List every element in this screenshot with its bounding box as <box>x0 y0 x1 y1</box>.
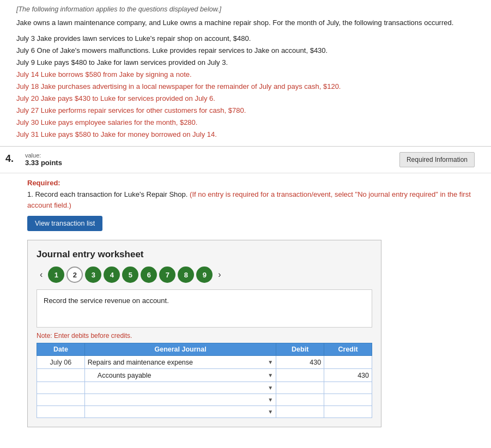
col-credit-header: Credit <box>324 343 372 356</box>
question-meta: value: 3.33 points <box>25 152 399 167</box>
gj-cell[interactable]: Repairs and maintenance expense ▼ <box>84 356 276 369</box>
instruction-normal: 1. Record each transaction for Luke's Re… <box>27 190 190 198</box>
credit-cell[interactable] <box>324 394 372 406</box>
dropdown-arrow-icon: ▼ <box>268 359 273 365</box>
tab-1-button[interactable]: 1 <box>48 267 64 283</box>
scenario-section: [The following information applies to th… <box>0 0 491 147</box>
next-tab-button[interactable]: › <box>215 268 224 282</box>
tab-3-button[interactable]: 3 <box>85 267 101 283</box>
instruction-text: 1. Record each transaction for Luke's Re… <box>27 189 475 210</box>
table-row: July 06 Repairs and maintenance expense … <box>37 356 372 369</box>
table-row: ▼ <box>37 394 372 406</box>
credit-cell[interactable] <box>324 356 372 369</box>
t7-text: Luke performs repair services for other … <box>41 106 246 114</box>
table-row: ▼ <box>37 382 372 394</box>
gj-cell[interactable]: ▼ <box>84 382 276 394</box>
tabs-row: ‹ 1 2 3 4 5 6 7 8 9 › <box>37 267 372 283</box>
t9-date: July 31 <box>16 130 39 138</box>
intro-italic: [The following information applies to th… <box>16 5 475 13</box>
t7-date: July 27 <box>16 106 39 114</box>
transaction-5: July 18 Jake purchases advertising in a … <box>16 81 475 93</box>
gj-entry-text: Repairs and maintenance expense <box>88 359 193 366</box>
col-date-header: Date <box>37 343 85 356</box>
dropdown-arrow-icon: ▼ <box>268 397 273 403</box>
question-header: 4. value: 3.33 points Required Informati… <box>0 147 491 173</box>
transaction-8: July 30 Luke pays employee salaries for … <box>16 117 475 129</box>
dropdown-arrow-icon: ▼ <box>268 409 273 415</box>
table-row: Accounts payable ▼ 430 <box>37 369 372 382</box>
required-information-button[interactable]: Required Information <box>399 152 475 167</box>
t2-text: One of Jake's mowers malfunctions. Luke … <box>37 46 328 55</box>
gj-cell[interactable]: Accounts payable ▼ <box>84 369 276 382</box>
tab-6-button[interactable]: 6 <box>141 267 157 283</box>
t4-date: July 14 <box>16 70 39 78</box>
view-transaction-button[interactable]: View transaction list <box>27 216 102 231</box>
col-debit-header: Debit <box>276 343 324 356</box>
transaction-9: July 31 Luke pays $580 to Jake for money… <box>16 129 475 141</box>
debit-cell[interactable] <box>276 369 324 382</box>
t2-date: July 6 <box>16 46 35 55</box>
question-number: 4. <box>5 153 16 165</box>
value-label: value: <box>25 152 399 159</box>
gj-cell[interactable]: ▼ <box>84 394 276 406</box>
debit-cell[interactable] <box>276 382 324 394</box>
tab-9-button[interactable]: 9 <box>196 267 213 283</box>
required-label: Required: <box>27 179 475 187</box>
t8-date: July 30 <box>16 118 39 126</box>
prev-tab-button[interactable]: ‹ <box>37 268 46 282</box>
note-text: Note: Enter debits before credits. <box>37 332 372 340</box>
tab-2-button[interactable]: 2 <box>66 267 83 283</box>
transaction-6: July 20 Jake pays $430 to Luke for servi… <box>16 93 475 105</box>
dropdown-arrow-icon: ▼ <box>268 385 273 391</box>
date-cell: July 06 <box>37 356 85 369</box>
t5-text: Jake purchases advertising in a local ne… <box>41 82 341 90</box>
debit-cell[interactable] <box>276 406 324 418</box>
t1-text: Jake provides lawn services to Luke's re… <box>37 34 251 43</box>
credit-cell[interactable] <box>324 382 372 394</box>
t3-date: July 9 <box>16 58 35 66</box>
transaction-1: July 3 Jake provides lawn services to Lu… <box>16 33 475 45</box>
tab-5-button[interactable]: 5 <box>122 267 138 283</box>
t1-date: July 3 <box>16 34 35 43</box>
worksheet-container: Journal entry worksheet ‹ 1 2 3 4 5 6 7 … <box>27 240 381 427</box>
t9-text: Luke pays $580 to Jake for money borrowe… <box>41 130 217 138</box>
main-content: Required: 1. Record each transaction for… <box>0 173 491 438</box>
credit-cell[interactable] <box>324 406 372 418</box>
instruction-box: Record the service revenue on account. <box>37 289 372 328</box>
transaction-7: July 27 Luke performs repair services fo… <box>16 105 475 117</box>
date-cell <box>37 382 85 394</box>
transaction-2: July 6 One of Jake's mowers malfunctions… <box>16 45 475 57</box>
t8-text: Luke pays employee salaries for the mont… <box>41 118 198 126</box>
t5-date: July 18 <box>16 82 39 90</box>
date-cell <box>37 369 85 382</box>
worksheet-title: Journal entry worksheet <box>37 249 372 260</box>
t6-date: July 20 <box>16 94 39 102</box>
credit-cell[interactable]: 430 <box>324 369 372 382</box>
col-gj-header: General Journal <box>84 343 276 356</box>
date-cell <box>37 394 85 406</box>
points-value: 3.33 points <box>25 159 399 167</box>
debit-cell[interactable]: 430 <box>276 356 324 369</box>
gj-entry-text: Accounts payable <box>98 372 151 379</box>
t4-text: Luke borrows $580 from Jake by signing a… <box>41 70 192 78</box>
gj-cell[interactable]: ▼ <box>84 406 276 418</box>
date-cell <box>37 406 85 418</box>
t3-text: Luke pays $480 to Jake for lawn services… <box>37 58 228 66</box>
dropdown-arrow-icon: ▼ <box>268 372 273 378</box>
tab-8-button[interactable]: 8 <box>178 267 194 283</box>
transaction-4: July 14 Luke borrows $580 from Jake by s… <box>16 69 475 81</box>
transactions-list: July 3 Jake provides lawn services to Lu… <box>16 33 475 141</box>
transaction-3: July 9 Luke pays $480 to Jake for lawn s… <box>16 57 475 69</box>
table-row: ▼ <box>37 406 372 418</box>
tab-7-button[interactable]: 7 <box>159 267 175 283</box>
tab-4-button[interactable]: 4 <box>104 267 120 283</box>
instruction-box-text: Record the service revenue on account. <box>44 296 169 305</box>
t6-text: Jake pays $430 to Luke for services prov… <box>41 94 215 102</box>
scenario-text: Jake owns a lawn maintenance company, an… <box>16 17 475 28</box>
journal-table: Date General Journal Debit Credit July 0… <box>37 343 372 418</box>
debit-cell[interactable] <box>276 394 324 406</box>
